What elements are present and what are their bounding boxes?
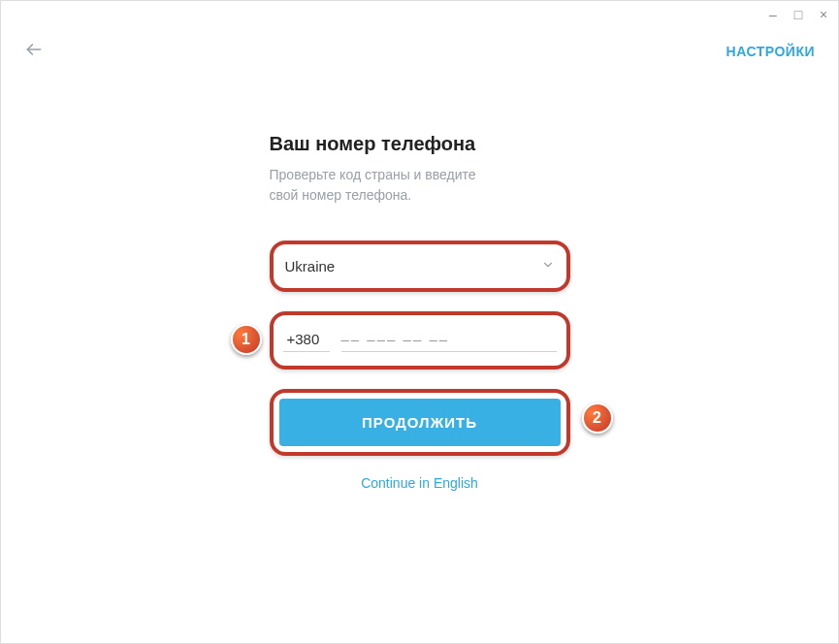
page-title: Ваш номер телефона	[270, 133, 570, 155]
phone-row: +380 –– ––– –– ––	[279, 321, 561, 360]
continue-button[interactable]: ПРОДОЛЖИТЬ	[279, 399, 561, 446]
annotation-badge-2: 2	[582, 402, 613, 434]
country-selected-label: Ukraine	[285, 258, 336, 274]
page-subtitle: Проверьте код страны и введите свой номе…	[270, 165, 570, 206]
annotation-badge-1: 1	[231, 324, 262, 355]
maximize-button[interactable]: □	[791, 7, 805, 22]
chevron-down-icon	[541, 258, 555, 274]
country-code-field[interactable]: +380	[283, 329, 330, 352]
continue-button-highlight: ПРОДОЛЖИТЬ	[270, 389, 570, 456]
continue-english-link[interactable]: Continue in English	[270, 475, 570, 491]
country-select-highlight: Ukraine	[270, 241, 570, 292]
minimize-button[interactable]: –	[766, 7, 780, 22]
phone-input-highlight: +380 –– ––– –– ––	[270, 311, 570, 370]
window-titlebar: – □ ×	[1, 1, 838, 28]
settings-link[interactable]: НАСТРОЙКИ	[726, 44, 815, 59]
phone-number-input[interactable]: –– ––– –– ––	[341, 329, 557, 352]
country-select[interactable]: Ukraine	[279, 250, 561, 282]
back-arrow-icon[interactable]	[24, 40, 44, 64]
app-header: НАСТРОЙКИ	[1, 28, 838, 75]
login-form: Ваш номер телефона Проверьте код страны …	[270, 133, 570, 491]
close-button[interactable]: ×	[817, 7, 830, 22]
